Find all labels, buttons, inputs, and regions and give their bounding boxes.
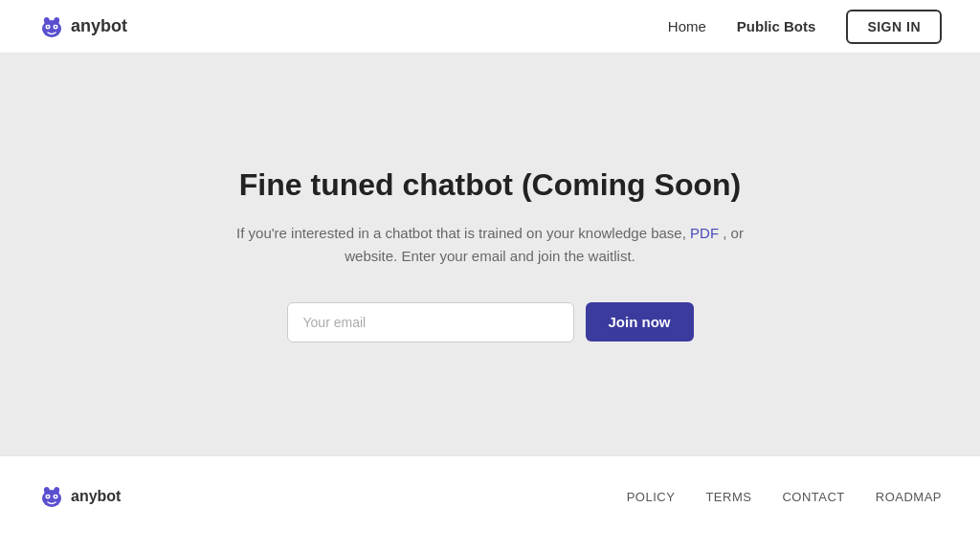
footer-contact-link[interactable]: CONTACT <box>782 490 844 504</box>
hero-subtitle-prefix: If you're interested in a chatbot that i… <box>236 225 686 241</box>
footer-links: POLICY TERMS CONTACT ROADMAP <box>627 490 942 504</box>
navbar-logo-text: anybot <box>71 16 127 36</box>
hero-title: Fine tuned chatbot (Coming Soon) <box>239 167 741 203</box>
navbar: anybot Home Public Bots SIGN IN <box>0 0 980 54</box>
footer: anybot POLICY TERMS CONTACT ROADMAP <box>0 455 980 537</box>
footer-logo[interactable]: anybot <box>38 483 121 510</box>
anybot-logo-icon <box>38 13 65 40</box>
hero-subtitle-suffix: Enter your email and join the waitlist. <box>401 248 635 264</box>
email-input[interactable] <box>287 302 574 342</box>
svg-point-10 <box>47 496 49 497</box>
hero-subtitle-highlight: PDF <box>690 225 719 241</box>
svg-point-4 <box>55 26 56 28</box>
join-now-button[interactable]: Join now <box>586 302 694 342</box>
hero-form: Join now <box>287 302 694 342</box>
signin-button[interactable]: SIGN IN <box>846 10 942 44</box>
svg-point-3 <box>47 26 49 28</box>
footer-roadmap-link[interactable]: ROADMAP <box>876 490 942 504</box>
footer-logo-text: anybot <box>71 488 121 505</box>
nav-public-bots-link[interactable]: Public Bots <box>737 18 816 34</box>
navbar-logo[interactable]: anybot <box>38 13 127 40</box>
navbar-links: Home Public Bots SIGN IN <box>668 10 942 44</box>
hero-section: Fine tuned chatbot (Coming Soon) If you'… <box>0 54 980 455</box>
hero-subtitle: If you're interested in a chatbot that i… <box>222 222 758 268</box>
footer-policy-link[interactable]: POLICY <box>627 490 676 504</box>
nav-home-link[interactable]: Home <box>668 18 706 34</box>
footer-terms-link[interactable]: TERMS <box>705 490 751 504</box>
footer-anybot-logo-icon <box>38 483 65 510</box>
svg-point-11 <box>55 496 56 497</box>
